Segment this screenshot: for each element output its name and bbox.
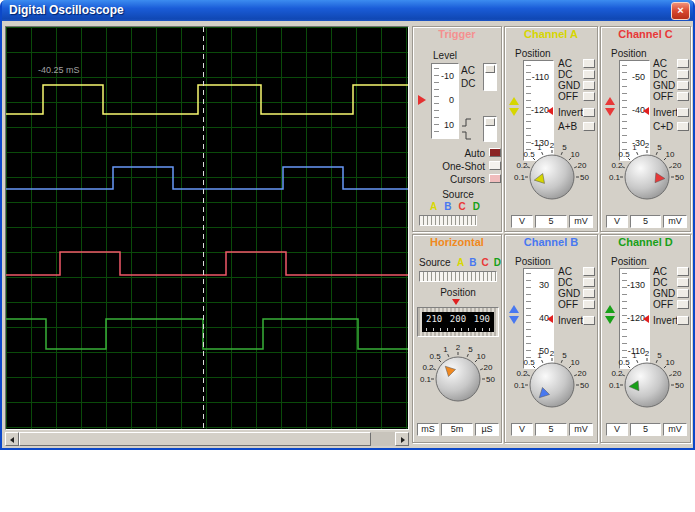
down-arrow-icon — [605, 316, 615, 324]
channel-a-gnd-label: GND — [558, 81, 580, 91]
trigger-level-arrow-icon[interactable] — [418, 95, 426, 105]
channel-b-gain-knob[interactable]: 0.10.20.5125102050 — [508, 347, 596, 421]
readout-value: 5 — [535, 423, 567, 436]
channel-a-off-button[interactable] — [583, 92, 595, 101]
channel-d-position-stepper[interactable] — [605, 305, 615, 324]
knob-scale-label: 1 — [632, 351, 637, 360]
channel-d-ac-button[interactable] — [677, 267, 689, 276]
channel-a-gnd-button[interactable] — [583, 81, 595, 90]
down-arrow-icon — [509, 108, 519, 116]
knob-scale-label: 2 — [550, 141, 555, 150]
readout-value: 5 — [630, 423, 661, 436]
trigger-cursors-button[interactable] — [489, 174, 501, 183]
channel-a-dc-label: DC — [558, 70, 572, 80]
channel-a-ac-button[interactable] — [583, 59, 595, 68]
trigger-auto-button[interactable] — [489, 148, 501, 157]
readout-value: 5m — [441, 423, 473, 436]
readout-right-unit: mV — [663, 215, 687, 228]
channel-d-title: Channel D — [601, 236, 690, 248]
channel-a-readout: V 5 mV — [511, 215, 593, 228]
channel-d-position-label: Position — [611, 256, 647, 267]
channel-b-readout: V 5 mV — [511, 423, 593, 436]
channel-d-gain-knob[interactable]: 0.10.20.5125102050 — [603, 347, 691, 421]
channel-c-sum-label: C+D — [653, 122, 673, 132]
channel-a-gain-knob[interactable]: 0.10.20.5125102050 — [508, 139, 596, 213]
channel-d-panel: Channel D Position -130 -120 -110 AC DC … — [600, 234, 691, 443]
trigger-coupling-switch[interactable] — [483, 63, 497, 91]
channel-c-gnd-button[interactable] — [677, 81, 689, 90]
scope-display: -40.25 mS — [5, 26, 409, 430]
channel-d-off-button[interactable] — [677, 300, 689, 309]
channel-b-ac-button[interactable] — [583, 267, 595, 276]
trigger-source-slider[interactable] — [419, 215, 477, 226]
down-arrow-icon — [509, 316, 519, 324]
knob-scale-label: 10 — [571, 150, 580, 159]
channel-c-invert-button[interactable] — [677, 108, 689, 117]
channel-a-sum-label: A+B — [558, 122, 577, 132]
channel-d-invert-button[interactable] — [677, 316, 689, 325]
channel-b-off-button[interactable] — [583, 300, 595, 309]
knob-scale-label: 0.5 — [429, 352, 441, 361]
source-c-label: C — [481, 257, 488, 268]
channel-b-invert-label: Invert — [558, 316, 583, 326]
channel-c-off-button[interactable] — [677, 92, 689, 101]
knob-scale-label: 1 — [632, 143, 637, 152]
trigger-title: Trigger — [413, 28, 501, 40]
titlebar[interactable]: Digital Oscilloscope × — [2, 0, 693, 21]
channel-c-dc-button[interactable] — [677, 70, 689, 79]
channel-b-gnd-button[interactable] — [583, 289, 595, 298]
horizontal-position-display[interactable]: 210 200 190 — [417, 307, 499, 337]
horizontal-source-slider[interactable] — [419, 271, 497, 282]
trigger-coupling-thumb[interactable] — [485, 65, 495, 73]
knob-scale-label: 0.2 — [516, 161, 528, 170]
scroll-left-button[interactable] — [5, 432, 19, 446]
trigger-level-slider[interactable]: -10 0 10 — [431, 63, 459, 139]
trigger-slope-switch[interactable] — [483, 116, 497, 142]
down-arrow-icon — [605, 108, 615, 116]
knob-scale-label: 50 — [675, 381, 684, 390]
channel-c-ac-button[interactable] — [677, 59, 689, 68]
channel-b-position-stepper[interactable] — [509, 305, 519, 324]
channel-c-sum-button[interactable] — [677, 122, 689, 131]
channel-c-position-label: Position — [611, 48, 647, 59]
knob-scale-label: 0.1 — [420, 375, 432, 384]
channel-c-position-stepper[interactable] — [605, 97, 615, 116]
channel-a-sum-button[interactable] — [583, 122, 595, 131]
knob-scale-label: 10 — [666, 358, 675, 367]
knob-scale-label: 2 — [645, 349, 650, 358]
app-window: Digital Oscilloscope × -40.25 mS Trigger… — [0, 0, 695, 450]
trigger-source-letters: A B C D — [430, 201, 480, 212]
channel-b-position-label: Position — [515, 256, 551, 267]
channel-c-gain-knob[interactable]: 0.10.20.5125102050 — [603, 139, 691, 213]
horizontal-timebase-knob[interactable]: 0.10.20.5125102050 — [414, 341, 502, 415]
scroll-thumb[interactable] — [19, 432, 371, 446]
channel-c-title: Channel C — [601, 28, 690, 40]
knob-scale-label: 50 — [486, 375, 495, 384]
trigger-oneshot-button[interactable] — [489, 161, 501, 170]
channel-d-dc-label: DC — [653, 278, 667, 288]
channel-d-gnd-button[interactable] — [677, 289, 689, 298]
source-a-label: A — [457, 257, 464, 268]
close-button[interactable]: × — [671, 2, 690, 20]
channel-a-title: Channel A — [505, 28, 597, 40]
channel-c-panel: Channel C Position -50 -40 -30 AC DC GND… — [600, 26, 691, 232]
source-d-label: D — [473, 201, 480, 212]
knob-scale-label: 5 — [562, 351, 567, 360]
knob-scale-label: 0.2 — [611, 161, 623, 170]
scope-hscrollbar[interactable] — [5, 432, 409, 446]
scroll-right-button[interactable] — [395, 432, 409, 446]
knob-scale-label: 0.5 — [523, 150, 535, 159]
readout-right-unit: mV — [569, 215, 593, 228]
channel-a-dc-button[interactable] — [583, 70, 595, 79]
channel-d-dc-button[interactable] — [677, 278, 689, 287]
knob-scale-label: 50 — [580, 381, 589, 390]
knob-scale-label: 20 — [484, 363, 493, 372]
channel-a-position-stepper[interactable] — [509, 97, 519, 116]
trigger-slope-thumb[interactable] — [485, 118, 495, 126]
channel-c-dc-label: DC — [653, 70, 667, 80]
horizontal-source-letters: A B C D — [457, 257, 501, 268]
channel-a-invert-button[interactable] — [583, 108, 595, 117]
up-arrow-icon — [605, 97, 615, 105]
channel-b-invert-button[interactable] — [583, 316, 595, 325]
channel-b-dc-button[interactable] — [583, 278, 595, 287]
